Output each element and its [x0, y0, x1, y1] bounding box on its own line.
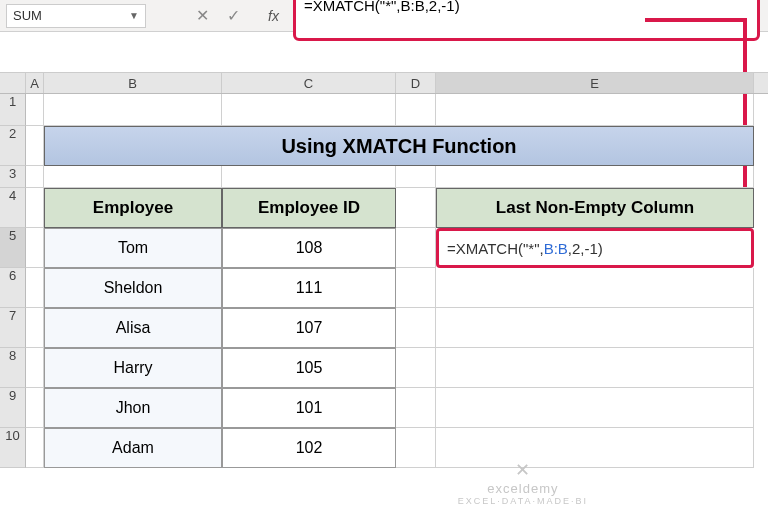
- cell-D7[interactable]: [396, 308, 436, 348]
- watermark-name: exceldemy: [458, 481, 588, 496]
- cell-E9[interactable]: [436, 388, 754, 428]
- col-head-D[interactable]: D: [396, 73, 436, 93]
- col-head-A[interactable]: A: [26, 73, 44, 93]
- cell-A7[interactable]: [26, 308, 44, 348]
- watermark-sub: EXCEL·DATA·MADE·BI: [458, 496, 588, 506]
- chevron-down-icon[interactable]: ▼: [129, 10, 139, 21]
- cell-B10[interactable]: Adam: [44, 428, 222, 468]
- cell-E7[interactable]: [436, 308, 754, 348]
- formula-ref: B:B: [544, 240, 568, 257]
- cell-D8[interactable]: [396, 348, 436, 388]
- cell-D6[interactable]: [396, 268, 436, 308]
- cell-C10[interactable]: 102: [222, 428, 396, 468]
- cell-A4[interactable]: [26, 188, 44, 228]
- formula-part2: ,2,-1): [568, 240, 603, 257]
- cell-E5-active[interactable]: =XMATCH("*",B:B,2,-1): [436, 228, 754, 268]
- cell-B3[interactable]: [44, 166, 222, 188]
- cell-C5[interactable]: 108: [222, 228, 396, 268]
- cell-D5[interactable]: [396, 228, 436, 268]
- header-last-nonempty[interactable]: Last Non-Empty Column: [436, 188, 754, 228]
- formula-part1: =XMATCH("*",: [447, 240, 544, 257]
- cell-B6[interactable]: Sheldon: [44, 268, 222, 308]
- cell-D3[interactable]: [396, 166, 436, 188]
- col-head-B[interactable]: B: [44, 73, 222, 93]
- cell-E8[interactable]: [436, 348, 754, 388]
- name-box[interactable]: SUM ▼: [6, 4, 146, 28]
- row-head-7[interactable]: 7: [0, 308, 26, 348]
- cell-B5[interactable]: Tom: [44, 228, 222, 268]
- fx-icon[interactable]: fx: [268, 8, 279, 24]
- row-head-8[interactable]: 8: [0, 348, 26, 388]
- cell-A1[interactable]: [26, 94, 44, 126]
- row-head-4[interactable]: 4: [0, 188, 26, 228]
- cell-C8[interactable]: 105: [222, 348, 396, 388]
- cell-B1[interactable]: [44, 94, 222, 126]
- col-head-C[interactable]: C: [222, 73, 396, 93]
- cell-A6[interactable]: [26, 268, 44, 308]
- cell-C6[interactable]: 111: [222, 268, 396, 308]
- cell-A2[interactable]: [26, 126, 44, 166]
- cell-C9[interactable]: 101: [222, 388, 396, 428]
- row-head-1[interactable]: 1: [0, 94, 26, 126]
- cell-A9[interactable]: [26, 388, 44, 428]
- cell-D9[interactable]: [396, 388, 436, 428]
- cell-E3[interactable]: [436, 166, 754, 188]
- name-box-value: SUM: [13, 8, 42, 23]
- header-employee[interactable]: Employee: [44, 188, 222, 228]
- select-all-corner[interactable]: [0, 73, 26, 93]
- formula-bar-text: =XMATCH("*",B:B,2,-1): [304, 0, 460, 14]
- cell-C7[interactable]: 107: [222, 308, 396, 348]
- cell-C3[interactable]: [222, 166, 396, 188]
- col-head-E[interactable]: E: [436, 73, 754, 93]
- cell-C1[interactable]: [222, 94, 396, 126]
- row-head-3[interactable]: 3: [0, 166, 26, 188]
- cell-D4[interactable]: [396, 188, 436, 228]
- cell-D10[interactable]: [396, 428, 436, 468]
- cell-A8[interactable]: [26, 348, 44, 388]
- row-head-10[interactable]: 10: [0, 428, 26, 468]
- row-head-6[interactable]: 6: [0, 268, 26, 308]
- formula-bar[interactable]: =XMATCH("*",B:B,2,-1): [293, 0, 760, 41]
- row-head-5[interactable]: 5: [0, 228, 26, 268]
- cell-A10[interactable]: [26, 428, 44, 468]
- spreadsheet-grid[interactable]: A B C D E 1 2 Using XMATCH Function 3 4 …: [0, 72, 768, 468]
- row-head-9[interactable]: 9: [0, 388, 26, 428]
- cell-B7[interactable]: Alisa: [44, 308, 222, 348]
- cell-E10[interactable]: [436, 428, 754, 468]
- title-text: Using XMATCH Function: [281, 135, 516, 158]
- cancel-icon[interactable]: ✕: [196, 6, 209, 25]
- cell-A3[interactable]: [26, 166, 44, 188]
- cell-E6[interactable]: [436, 268, 754, 308]
- title-cell[interactable]: Using XMATCH Function: [44, 126, 754, 166]
- cell-B9[interactable]: Jhon: [44, 388, 222, 428]
- row-head-2[interactable]: 2: [0, 126, 26, 166]
- enter-icon[interactable]: ✓: [227, 6, 240, 25]
- cell-E1[interactable]: [436, 94, 754, 126]
- cell-D1[interactable]: [396, 94, 436, 126]
- cell-A5[interactable]: [26, 228, 44, 268]
- cell-B8[interactable]: Harry: [44, 348, 222, 388]
- header-employee-id[interactable]: Employee ID: [222, 188, 396, 228]
